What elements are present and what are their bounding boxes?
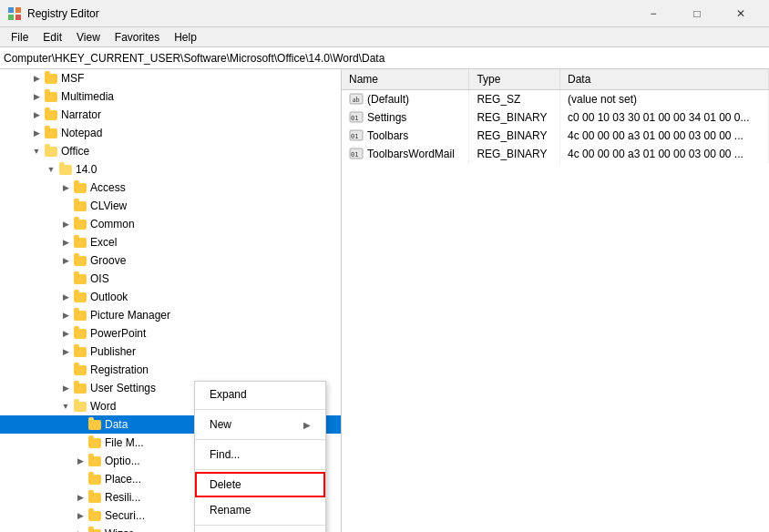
expander-powerpoint[interactable] <box>58 326 73 341</box>
tree-item-narrator[interactable]: Narrator <box>0 106 341 124</box>
tree-label-publisher: Publisher <box>90 345 136 358</box>
expander-14-0[interactable] <box>44 162 58 177</box>
tree-label-outlook: Outlook <box>90 291 128 303</box>
reg-data-toolbars-wordmail: 4c 00 00 00 a3 01 00 00 03 00 00 ... <box>560 145 769 163</box>
folder-icon-picture-manager <box>73 308 87 322</box>
maximize-button[interactable]: □ <box>676 0 718 27</box>
folder-icon-msf <box>44 71 58 86</box>
folder-icon-multimedia <box>44 89 58 104</box>
table-row[interactable]: 01 Toolbars REG_BINARY 4c 00 00 00 a3 01… <box>342 127 769 145</box>
tree-label-options: Optio... <box>105 455 140 467</box>
tree-label-word: Word <box>90 400 116 413</box>
tree-label-resiliency: Resili... <box>105 491 140 504</box>
expander-multimedia[interactable] <box>29 89 44 104</box>
folder-icon-groove <box>73 253 87 268</box>
folder-icon-notepad <box>44 126 58 140</box>
expander-outlook[interactable] <box>58 290 73 304</box>
app-icon <box>7 6 22 21</box>
tree-label-14-0: 14.0 <box>76 163 97 176</box>
tree-label-notepad: Notepad <box>61 127 102 139</box>
menu-file[interactable]: File <box>4 29 36 46</box>
address-path: Computer\HKEY_CURRENT_USER\Software\Micr… <box>4 52 384 65</box>
close-button[interactable]: ✕ <box>720 0 762 27</box>
context-menu-new[interactable]: New ▶ <box>195 412 325 437</box>
context-menu-sep-1 <box>195 409 325 410</box>
reg-data-settings: c0 00 10 03 30 01 00 00 34 01 00 0... <box>560 108 769 127</box>
tree-label-wizards: Wizar... <box>105 527 141 532</box>
expander-wizards[interactable] <box>73 527 87 532</box>
tree-label-ois: OIS <box>90 272 109 285</box>
expander-user-settings[interactable] <box>58 381 73 395</box>
svg-text:01: 01 <box>351 115 358 122</box>
folder-icon-security <box>87 508 102 523</box>
context-menu-rename-label: Rename <box>210 504 251 517</box>
tree-item-common[interactable]: Common <box>0 215 341 233</box>
folder-icon-ois <box>73 271 87 286</box>
expander-word[interactable] <box>58 399 73 414</box>
context-menu-sep-2 <box>195 439 325 440</box>
binary-value-icon-toolbars-wordmail: 01 <box>349 147 364 161</box>
reg-type-settings: REG_BINARY <box>469 108 560 127</box>
context-menu-delete-label: Delete <box>210 478 241 491</box>
folder-icon-office <box>44 144 58 159</box>
folder-icon-14-0 <box>58 162 73 177</box>
tree-item-ois[interactable]: OIS <box>0 270 341 288</box>
expander-picture-manager[interactable] <box>58 308 73 322</box>
folder-icon-file-mru <box>87 435 102 450</box>
folder-icon-publisher <box>73 344 87 359</box>
tree-item-office[interactable]: Office <box>0 142 341 160</box>
context-menu-find[interactable]: Find... <box>195 442 325 467</box>
table-row[interactable]: 01 Settings REG_BINARY c0 00 10 03 30 01… <box>342 108 769 127</box>
folder-icon-common <box>73 217 87 231</box>
tree-item-powerpoint[interactable]: PowerPoint <box>0 324 341 343</box>
folder-icon-access <box>73 180 87 195</box>
tree-item-msf[interactable]: MSF <box>0 69 341 87</box>
tree-label-picture-manager: Picture Manager <box>90 309 170 322</box>
expander-narrator[interactable] <box>29 107 44 122</box>
table-row[interactable]: 01 ToolbarsWordMail REG_BINARY 4c 00 00 … <box>342 145 769 163</box>
expander-office[interactable] <box>29 144 44 159</box>
menu-favorites[interactable]: Favorites <box>108 29 167 46</box>
reg-name-toolbars-wordmail: 01 ToolbarsWordMail <box>342 145 469 163</box>
expander-notepad[interactable] <box>29 126 44 140</box>
tree-label-security: Securi... <box>105 509 145 522</box>
svg-rect-3 <box>15 15 21 20</box>
expander-resiliency[interactable] <box>73 490 87 505</box>
folder-icon-resiliency <box>87 490 102 505</box>
context-menu-export[interactable]: Export <box>195 527 325 532</box>
expander-groove[interactable] <box>58 253 73 268</box>
expander-access[interactable] <box>58 180 73 195</box>
minimize-button[interactable]: − <box>632 0 674 27</box>
tree-label-place-mru: Place... <box>105 473 141 486</box>
tree-item-multimedia[interactable]: Multimedia <box>0 87 341 106</box>
tree-item-notepad[interactable]: Notepad <box>0 124 341 142</box>
tree-item-access[interactable]: Access <box>0 179 341 197</box>
reg-name-toolbars: 01 Toolbars <box>342 127 469 145</box>
expander-common[interactable] <box>58 217 73 231</box>
context-menu-expand[interactable]: Expand <box>195 382 325 407</box>
expander-options[interactable] <box>73 454 87 468</box>
binary-value-icon-toolbars: 01 <box>349 128 364 143</box>
reg-name-default: ab (Default) <box>342 89 469 108</box>
tree-item-clview[interactable]: CLView <box>0 197 341 215</box>
tree-item-registration[interactable]: Registration <box>0 361 341 379</box>
tree-item-publisher[interactable]: Publisher <box>0 343 341 361</box>
expander-msf[interactable] <box>29 71 44 86</box>
menu-edit[interactable]: Edit <box>36 29 69 46</box>
folder-icon-place-mru <box>87 472 102 486</box>
expander-security[interactable] <box>73 508 87 523</box>
menu-help[interactable]: Help <box>167 29 204 46</box>
expander-publisher[interactable] <box>58 344 73 359</box>
svg-text:01: 01 <box>351 151 358 159</box>
context-menu-rename[interactable]: Rename <box>195 497 325 523</box>
table-row[interactable]: ab (Default) REG_SZ (value not set) <box>342 89 769 108</box>
tree-item-groove[interactable]: Groove <box>0 251 341 270</box>
tree-item-outlook[interactable]: Outlook <box>0 288 341 306</box>
tree-item-14-0[interactable]: 14.0 <box>0 160 341 179</box>
context-menu-delete[interactable]: Delete <box>195 472 325 497</box>
menu-view[interactable]: View <box>69 29 108 46</box>
expander-excel[interactable] <box>58 235 73 250</box>
tree-item-picture-manager[interactable]: Picture Manager <box>0 306 341 324</box>
tree-item-excel[interactable]: Excel <box>0 233 341 251</box>
reg-data-default: (value not set) <box>560 89 769 108</box>
